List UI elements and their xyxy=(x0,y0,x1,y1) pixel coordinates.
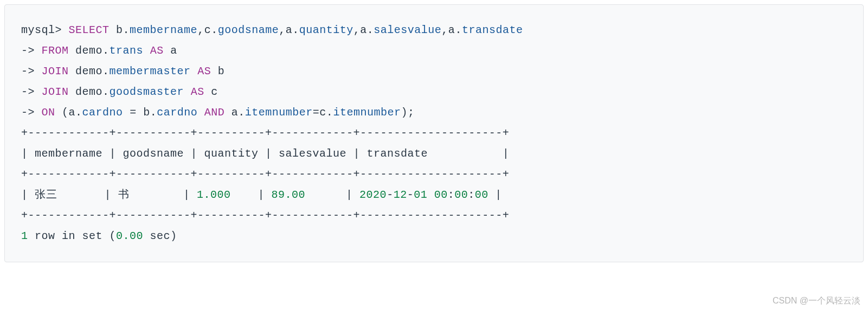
cell-salesvalue: 89.00 xyxy=(272,189,306,201)
continuation-arrow: -> xyxy=(21,44,35,57)
line-4: -> JOIN demo.goodsmaster AS c xyxy=(21,86,218,98)
line-3: -> JOIN demo.membermaster AS b xyxy=(21,65,224,78)
kw-select: SELECT xyxy=(69,24,110,36)
table-row: | 张三 | 书 | 1.000 | 89.00 | 2020-12-01 00… xyxy=(21,189,502,201)
kw-on: ON xyxy=(42,106,55,119)
cell-quantity: 1.000 xyxy=(197,189,231,201)
kw-and: AND xyxy=(204,106,225,119)
table-border-mid: +------------+-----------+----------+---… xyxy=(21,168,509,180)
mysql-prompt: mysql> xyxy=(21,24,62,36)
kw-join: JOIN xyxy=(42,65,69,78)
table-border-bottom: +------------+-----------+----------+---… xyxy=(21,209,509,222)
table-header: | membername | goodsname | quantity | sa… xyxy=(21,147,509,160)
line-5: -> ON (a.cardno = b.cardno AND a.itemnum… xyxy=(21,106,414,119)
line-2: -> FROM demo.trans AS a xyxy=(21,44,177,57)
kw-from: FROM xyxy=(42,44,69,57)
mysql-output-block: mysql> SELECT b.membername,c.goodsname,a… xyxy=(4,4,864,262)
result-footer: 1 row in set (0.00 sec) xyxy=(21,230,177,242)
line-1: mysql> SELECT b.membername,c.goodsname,a… xyxy=(21,24,523,36)
table-border-top: +------------+-----------+----------+---… xyxy=(21,127,509,139)
kw-as: AS xyxy=(150,44,164,57)
